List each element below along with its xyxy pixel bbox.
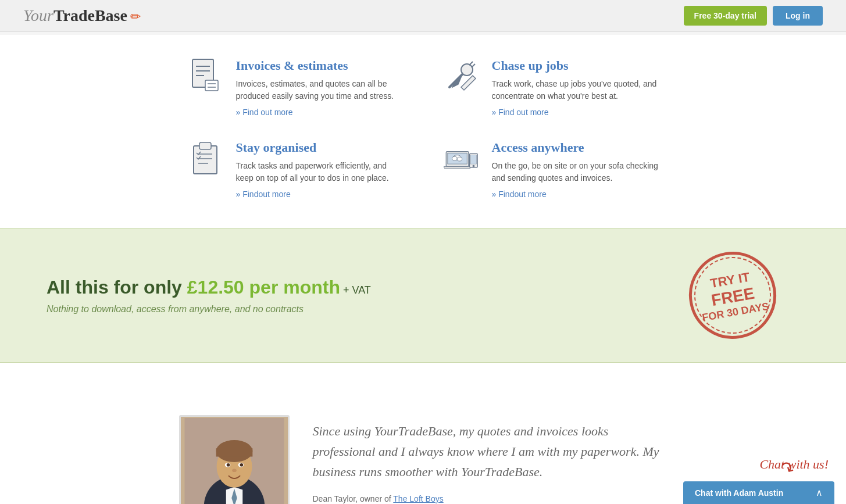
svg-rect-19 bbox=[470, 155, 476, 164]
stamp-for: FOR 30 DAYS bbox=[701, 300, 770, 324]
svg-rect-26 bbox=[216, 448, 252, 456]
feature-anywhere-link[interactable]: » Findout more bbox=[492, 190, 547, 199]
pricing-banner: All this for only £12.50 per month + VAT… bbox=[0, 228, 846, 363]
feature-organised-text: Stay organised Track tasks and paperwork… bbox=[236, 140, 406, 199]
feature-jobs-title: Chase up jobs bbox=[492, 58, 662, 73]
svg-rect-8 bbox=[194, 146, 217, 174]
stamp-try: TRY IT bbox=[709, 269, 751, 291]
feature-organised: Stay organised Track tasks and paperwork… bbox=[185, 140, 406, 199]
logo: YourTradeBase ✏ bbox=[23, 6, 141, 25]
pricing-subtext: Nothing to download, access from anywher… bbox=[47, 304, 371, 314]
chat-bar[interactable]: Chat with Adam Austin ∧ bbox=[683, 481, 834, 504]
main-content: Invoices & estimates Invoices, estimates… bbox=[0, 35, 846, 504]
jobs-icon bbox=[441, 58, 481, 93]
feature-jobs-desc: Track work, chase up jobs you've quoted,… bbox=[492, 78, 662, 102]
feature-invoices-link[interactable]: » Find out more bbox=[236, 108, 293, 117]
header-buttons: Free 30-day trial Log in bbox=[684, 6, 823, 26]
login-button[interactable]: Log in bbox=[773, 6, 823, 26]
testimonial-photo-svg bbox=[182, 418, 287, 504]
pricing-main: All this for only £12.50 per month + VAT bbox=[47, 277, 371, 298]
feature-invoices-desc: Invoices, estimates, and quotes can all … bbox=[236, 78, 406, 102]
feature-jobs: Chase up jobs Track work, chase up jobs … bbox=[441, 58, 662, 117]
svg-point-29 bbox=[226, 463, 230, 467]
tools-icon bbox=[444, 58, 479, 93]
svg-rect-4 bbox=[205, 80, 218, 91]
pricing-text: All this for only £12.50 per month + VAT… bbox=[47, 277, 371, 314]
trial-stamp: TRY IT FREE FOR 30 DAYS bbox=[682, 245, 783, 346]
testimonial-quote: Since using YourTradeBase, my quotes and… bbox=[313, 421, 667, 482]
feature-organised-desc: Track tasks and paperwork efficiently, a… bbox=[236, 160, 406, 184]
organised-icon bbox=[185, 140, 226, 175]
anywhere-icon bbox=[441, 140, 481, 175]
feature-organised-link[interactable]: » Findout more bbox=[236, 190, 291, 199]
devices-icon bbox=[444, 140, 479, 175]
testimonial-content: Since using YourTradeBase, my quotes and… bbox=[313, 415, 667, 503]
feature-organised-title: Stay organised bbox=[236, 140, 406, 155]
svg-rect-9 bbox=[199, 142, 211, 149]
testimonial-author: Dean Taylor, owner of The Loft Boys bbox=[313, 494, 667, 503]
header: YourTradeBase ✏ Free 30-day trial Log in bbox=[0, 0, 846, 32]
trial-button[interactable]: Free 30-day trial bbox=[684, 6, 767, 26]
svg-point-17 bbox=[457, 157, 462, 161]
svg-point-30 bbox=[240, 463, 243, 467]
pricing-amount: £12.50 per month bbox=[187, 277, 340, 298]
clipboard-icon bbox=[188, 140, 223, 175]
feature-anywhere-desc: On the go, be on site or on your sofa ch… bbox=[492, 160, 662, 184]
svg-point-16 bbox=[452, 156, 457, 160]
feature-invoices: Invoices & estimates Invoices, estimates… bbox=[185, 58, 406, 117]
feature-jobs-link[interactable]: » Find out more bbox=[492, 108, 549, 117]
testimonial-author-link[interactable]: The Loft Boys bbox=[393, 494, 443, 503]
feature-invoices-title: Invoices & estimates bbox=[236, 58, 406, 73]
svg-point-31 bbox=[232, 469, 237, 472]
document-icon bbox=[188, 58, 223, 93]
chat-widget: Chat with us! ↷ Chat with Adam Austin ∧ bbox=[683, 481, 834, 504]
invoices-icon bbox=[185, 58, 226, 93]
feature-invoices-text: Invoices & estimates Invoices, estimates… bbox=[236, 58, 406, 117]
chat-chevron-icon: ∧ bbox=[816, 487, 823, 498]
logo-pencil-icon: ✏ bbox=[127, 9, 141, 24]
feature-anywhere: Access anywhere On the go, be on site or… bbox=[441, 140, 662, 199]
chat-bar-label: Chat with Adam Austin bbox=[695, 488, 783, 498]
testimonial-section: Since using YourTradeBase, my quotes and… bbox=[133, 386, 714, 504]
stamp-free: FREE bbox=[710, 284, 756, 309]
testimonial-photo bbox=[179, 415, 290, 504]
features-section: Invoices & estimates Invoices, estimates… bbox=[162, 47, 685, 210]
pricing-prefix: All this for only bbox=[47, 277, 187, 298]
logo-trade: TradeBase bbox=[53, 6, 127, 24]
logo-your: Your bbox=[23, 6, 53, 24]
pricing-suffix: + VAT bbox=[340, 284, 371, 296]
feature-jobs-text: Chase up jobs Track work, chase up jobs … bbox=[492, 58, 662, 117]
feature-anywhere-text: Access anywhere On the go, be on site or… bbox=[492, 140, 662, 199]
svg-point-20 bbox=[473, 165, 474, 167]
features-grid: Invoices & estimates Invoices, estimates… bbox=[185, 58, 662, 199]
feature-anywhere-title: Access anywhere bbox=[492, 140, 662, 155]
svg-point-7 bbox=[461, 64, 473, 76]
